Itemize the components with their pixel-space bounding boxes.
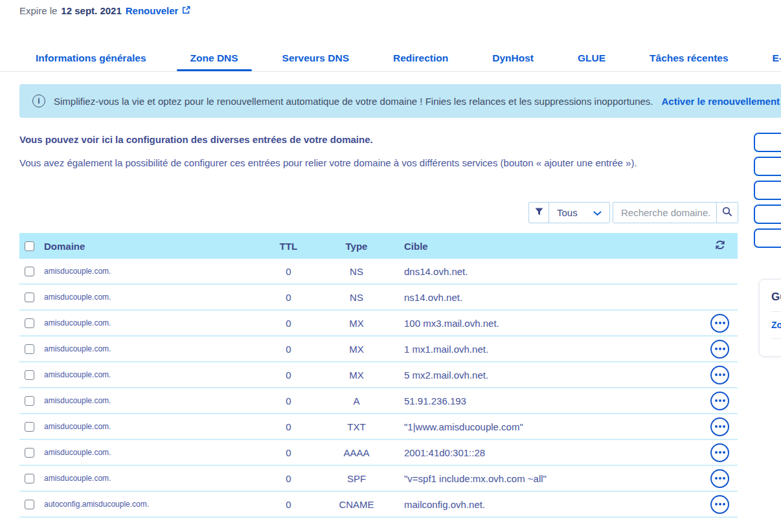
cell-ttl: 0	[258, 344, 319, 355]
row-actions-button[interactable]	[710, 469, 729, 488]
table-row: autoconfig.amisducouple.com. 0 CNAME mai…	[19, 492, 738, 518]
filter-button[interactable]	[529, 203, 549, 223]
renew-link-label: Renouveler	[126, 5, 179, 16]
row-checkbox[interactable]	[25, 293, 34, 302]
table-row: amisducouple.com. 0 MX 100 mx3.mail.ovh.…	[19, 311, 738, 337]
row-checkbox[interactable]	[25, 422, 34, 432]
filter-selected-value: Tous	[557, 207, 578, 218]
divider	[771, 311, 781, 312]
row-checkbox[interactable]	[25, 474, 34, 483]
row-checkbox[interactable]	[25, 370, 34, 380]
table-row: amisducouple.com. 0 NS dns14.ovh.net.	[19, 259, 738, 285]
cell-domain: amisducouple.com.	[44, 267, 258, 276]
cell-ttl: 0	[258, 421, 319, 432]
row-actions-button[interactable]	[710, 392, 729, 410]
cell-domain: amisducouple.com.	[44, 318, 258, 327]
banner-activate-link[interactable]: Activer le renouvellement automatique	[662, 96, 781, 107]
tab-informations-g-n-rales[interactable]: Informations générales	[36, 45, 146, 71]
row-actions-button[interactable]	[710, 340, 729, 359]
cell-type: CNAME	[319, 499, 394, 510]
cell-target: mailconfig.ovh.net.	[394, 499, 702, 510]
row-checkbox[interactable]	[25, 344, 34, 354]
cell-target: dns14.ovh.net.	[394, 266, 702, 277]
cell-target: 100 mx3.mail.ovh.net.	[394, 318, 702, 329]
cell-type: NS	[319, 292, 394, 303]
table-row: amisducouple.com. 0 TXT "1|www.amisducou…	[19, 414, 738, 440]
row-actions-button[interactable]	[710, 417, 729, 436]
row-checkbox[interactable]	[25, 448, 34, 458]
cell-target: "v=spf1 include:mx.ovh.com ~all"	[394, 473, 702, 484]
cell-type: AAAA	[319, 447, 394, 458]
expiry-prefix: Expire le	[19, 5, 57, 16]
cell-target: 1 mx1.mail.ovh.net.	[394, 344, 702, 355]
guides-link-zone-dns[interactable]: Zone DNS	[771, 320, 781, 330]
external-link-icon	[182, 5, 190, 16]
tab-zone-dns[interactable]: Zone DNS	[190, 45, 238, 71]
ellipsis-icon	[715, 322, 718, 324]
tab-e-mails[interactable]: E-mails	[773, 45, 781, 71]
filter-type-select[interactable]: Tous	[549, 203, 609, 223]
ellipsis-icon	[715, 477, 718, 480]
cell-target: 2001:41d0:301::28	[394, 447, 702, 458]
row-actions-button[interactable]	[710, 443, 729, 462]
column-header-domain: Domaine	[44, 241, 258, 252]
cell-domain: amisducouple.com.	[44, 293, 258, 302]
cell-ttl: 0	[258, 370, 319, 381]
tab-serveurs-dns[interactable]: Serveurs DNS	[282, 45, 349, 71]
search-input[interactable]	[613, 203, 716, 223]
row-actions-button[interactable]	[710, 495, 729, 514]
cell-type: A	[319, 395, 394, 406]
intro-description: Vous avez également la possibilité de co…	[19, 157, 637, 168]
ellipsis-icon	[715, 373, 718, 376]
ellipsis-icon	[715, 399, 718, 402]
cell-type: TXT	[319, 421, 394, 432]
tab-glue[interactable]: GLUE	[578, 45, 606, 71]
search-button[interactable]	[716, 203, 738, 223]
cell-type: SPF	[319, 473, 394, 484]
ellipsis-icon	[715, 503, 718, 505]
tab-dynhost[interactable]: DynHost	[492, 45, 534, 71]
renew-link[interactable]: Renouveler	[126, 5, 191, 16]
table-row: amisducouple.com. 0 AAAA 2001:41d0:301::…	[19, 440, 738, 466]
side-action-button[interactable]	[754, 205, 781, 224]
cell-ttl: 0	[258, 499, 319, 510]
cell-domain: amisducouple.com.	[44, 344, 258, 353]
table-row: amisducouple.com. 0 A 51.91.236.193	[19, 388, 738, 414]
domain-search	[613, 202, 738, 223]
row-checkbox[interactable]	[25, 267, 34, 276]
cell-domain: amisducouple.com.	[44, 370, 258, 379]
cell-ttl: 0	[258, 292, 319, 303]
cell-domain: amisducouple.com.	[44, 396, 258, 405]
cell-ttl: 0	[258, 473, 319, 484]
column-header-target: Cible	[394, 241, 702, 252]
table-row: amisducouple.com. 0 SPF "v=spf1 include:…	[19, 466, 738, 492]
intro-heading: Vous pouvez voir ici la configuration de…	[19, 134, 373, 145]
refresh-button[interactable]	[713, 238, 727, 254]
expiry-line: Expire le 12 sept. 2021 Renouveler	[19, 5, 190, 16]
cell-type: NS	[319, 266, 394, 277]
tabs: Informations généralesZone DNSServeurs D…	[0, 45, 781, 72]
tab-t-ches-r-centes[interactable]: Tâches récentes	[650, 45, 729, 71]
cell-target: 5 mx2.mail.ovh.net.	[394, 370, 702, 381]
cell-target: "1|www.amisducouple.com"	[394, 421, 702, 432]
tab-redirection[interactable]: Redirection	[393, 45, 448, 71]
ellipsis-icon	[715, 451, 718, 454]
row-checkbox[interactable]	[25, 318, 34, 328]
guides-panel: Guides Zone DNS	[759, 279, 781, 357]
select-all-checkbox[interactable]	[25, 241, 34, 251]
cell-domain: amisducouple.com.	[44, 474, 258, 483]
column-header-type: Type	[319, 241, 394, 252]
expiry-date: 12 sept. 2021	[61, 5, 121, 16]
side-action-button[interactable]	[754, 157, 781, 176]
side-action-buttons	[754, 133, 781, 248]
row-actions-button[interactable]	[710, 366, 729, 384]
row-checkbox[interactable]	[25, 500, 34, 509]
side-action-button[interactable]	[754, 181, 781, 200]
row-actions-button[interactable]	[710, 314, 729, 333]
row-checkbox[interactable]	[25, 396, 34, 406]
side-action-button[interactable]	[754, 133, 781, 152]
divider	[771, 338, 781, 339]
table-body: amisducouple.com. 0 NS dns14.ovh.net. am…	[19, 259, 738, 518]
side-action-button[interactable]	[754, 228, 781, 248]
cell-target: 51.91.236.193	[394, 395, 702, 406]
